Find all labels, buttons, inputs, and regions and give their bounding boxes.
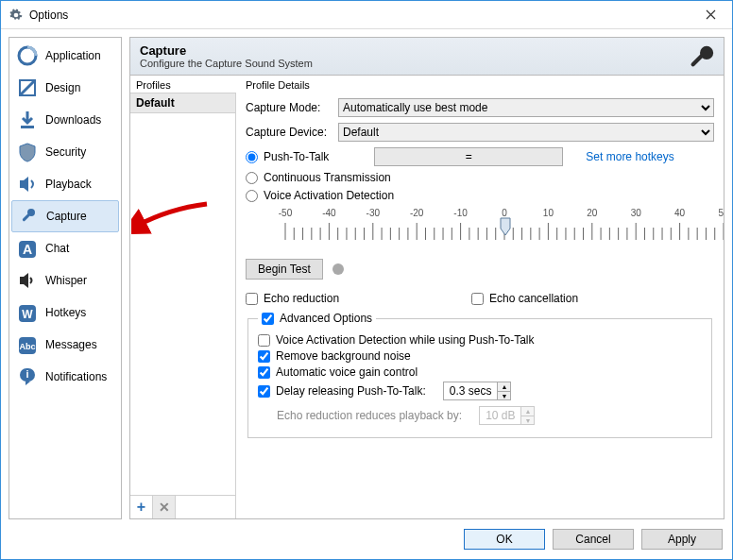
profiles-toolbar: + ✕ bbox=[130, 495, 236, 518]
sidebar-item-chat[interactable]: AChat bbox=[9, 232, 121, 264]
remove-bg-label: Remove background noise bbox=[276, 349, 411, 363]
ct-radio[interactable] bbox=[246, 172, 258, 184]
advanced-fieldset: Advanced Options Voice Activation Detect… bbox=[247, 312, 712, 438]
banner-title: Capture bbox=[140, 43, 313, 58]
sidebar-item-label: Hotkeys bbox=[45, 306, 86, 319]
delete-profile-button[interactable]: ✕ bbox=[153, 496, 176, 518]
sidebar-item-whisper[interactable]: Whisper bbox=[9, 264, 121, 297]
capture-device-select[interactable]: Default bbox=[338, 123, 714, 142]
add-profile-button[interactable]: + bbox=[130, 496, 153, 518]
sidebar-item-label: Application bbox=[45, 49, 101, 62]
advanced-label: Advanced Options bbox=[280, 312, 372, 325]
agc-label: Automatic voice gain control bbox=[276, 365, 418, 379]
profiles-column: Profiles Default + ✕ bbox=[130, 76, 236, 518]
sidebar-item-playback[interactable]: Playback bbox=[9, 168, 121, 200]
downloads-icon bbox=[15, 108, 40, 132]
sidebar-item-security[interactable]: Security bbox=[9, 136, 121, 168]
ptt-radio[interactable] bbox=[246, 151, 258, 163]
cancel-button[interactable]: Cancel bbox=[553, 529, 634, 550]
svg-text:W: W bbox=[22, 308, 33, 321]
security-icon bbox=[15, 140, 40, 164]
svg-rect-14 bbox=[690, 53, 705, 67]
remove-bg-checkbox[interactable] bbox=[258, 350, 270, 363]
echo-cancellation-label: Echo cancellation bbox=[489, 292, 578, 305]
spin-down-icon[interactable]: ▼ bbox=[497, 391, 510, 399]
spin-down-icon: ▼ bbox=[520, 416, 534, 424]
playback-icon bbox=[15, 172, 40, 196]
echo-reduction-label: Echo reduction bbox=[264, 292, 339, 305]
application-icon bbox=[15, 43, 40, 68]
sidebar-item-label: Design bbox=[45, 81, 80, 94]
delay-checkbox[interactable] bbox=[258, 385, 270, 398]
vad-ptt-checkbox[interactable] bbox=[258, 334, 270, 347]
gear-icon bbox=[9, 8, 24, 23]
sidebar-item-label: Messages bbox=[45, 338, 97, 351]
advanced-toggle-checkbox[interactable] bbox=[262, 313, 274, 325]
echo-playback-spinbox: 10 dB ▲▼ bbox=[479, 406, 535, 425]
sidebar-item-label: Security bbox=[45, 145, 86, 159]
chat-icon: A bbox=[15, 236, 40, 261]
whisper-icon bbox=[15, 268, 40, 293]
ptt-hotkey-field[interactable]: = bbox=[374, 147, 563, 166]
ct-label: Continuous Transmission bbox=[264, 171, 391, 184]
details-header: Profile Details bbox=[246, 76, 714, 93]
set-hotkeys-link[interactable]: Set more hotkeys bbox=[586, 150, 673, 163]
apply-button[interactable]: Apply bbox=[641, 529, 723, 550]
spin-up-icon[interactable]: ▲ bbox=[497, 382, 510, 391]
svg-text:i: i bbox=[26, 368, 28, 380]
ptt-label: Push-To-Talk bbox=[264, 150, 329, 163]
svg-rect-4 bbox=[22, 213, 29, 221]
banner: Capture Configure the Capture Sound Syst… bbox=[130, 38, 724, 76]
sidebar-item-label: Notifications bbox=[45, 370, 107, 383]
sidebar-item-label: Chat bbox=[45, 242, 69, 255]
agc-checkbox[interactable] bbox=[258, 366, 270, 379]
capture-mode-label: Capture Mode: bbox=[246, 101, 331, 114]
sidebar-item-design[interactable]: Design bbox=[9, 72, 121, 104]
sidebar-item-label: Downloads bbox=[45, 113, 101, 127]
design-icon bbox=[15, 76, 40, 100]
vad-slider[interactable]: -50-40-30-20-1001020304050 bbox=[268, 208, 724, 253]
svg-text:Abc: Abc bbox=[19, 342, 35, 351]
sidebar-item-label: Capture bbox=[46, 210, 87, 223]
begin-test-button[interactable]: Begin Test bbox=[246, 259, 323, 280]
echo-cancellation-checkbox[interactable] bbox=[471, 293, 484, 305]
sidebar-item-label: Playback bbox=[45, 178, 92, 191]
microphone-icon bbox=[684, 43, 716, 78]
options-window: Options ApplicationDesignDownloadsSecuri… bbox=[0, 0, 733, 560]
capture-mode-select[interactable]: Automatically use best mode bbox=[338, 98, 714, 117]
sidebar-item-capture[interactable]: Capture bbox=[11, 200, 119, 232]
sidebar-item-downloads[interactable]: Downloads bbox=[9, 104, 121, 136]
profiles-header: Profiles bbox=[130, 76, 236, 93]
messages-icon: Abc bbox=[15, 332, 40, 357]
main-panel: Capture Configure the Capture Sound Syst… bbox=[129, 37, 724, 519]
echo-reduction-checkbox[interactable] bbox=[246, 293, 258, 305]
window-title: Options bbox=[29, 8, 690, 22]
profiles-list[interactable]: Default bbox=[130, 93, 236, 495]
vad-label: Voice Activation Detection bbox=[264, 189, 394, 202]
sidebar-item-messages[interactable]: AbcMessages bbox=[9, 329, 121, 361]
sidebar-item-notifications[interactable]: iNotifications bbox=[9, 361, 121, 393]
svg-text:A: A bbox=[23, 242, 32, 257]
sidebar-item-hotkeys[interactable]: WHotkeys bbox=[9, 297, 121, 329]
profile-item[interactable]: Default bbox=[130, 93, 235, 113]
category-sidebar: ApplicationDesignDownloadsSecurityPlayba… bbox=[9, 37, 122, 519]
titlebar: Options bbox=[1, 1, 732, 29]
delay-label: Delay releasing Push-To-Talk: bbox=[276, 384, 426, 398]
vad-radio[interactable] bbox=[246, 190, 258, 202]
sidebar-item-application[interactable]: Application bbox=[9, 40, 121, 72]
notifications-icon: i bbox=[15, 365, 40, 389]
test-indicator bbox=[332, 263, 344, 275]
capture-icon bbox=[16, 204, 41, 229]
banner-subtitle: Configure the Capture Sound System bbox=[140, 58, 313, 69]
ok-button[interactable]: OK bbox=[464, 529, 545, 550]
close-button[interactable] bbox=[690, 1, 732, 28]
capture-device-label: Capture Device: bbox=[246, 126, 331, 139]
echo-playback-label: Echo reduction reduces playback by: bbox=[277, 409, 462, 422]
delay-spinbox[interactable]: 0.3 secs ▲▼ bbox=[443, 382, 512, 400]
hotkeys-icon: W bbox=[15, 300, 40, 325]
profile-details: Profile Details Capture Mode: Automatica… bbox=[236, 76, 724, 518]
svg-rect-2 bbox=[21, 126, 34, 128]
spin-up-icon: ▲ bbox=[520, 407, 534, 416]
sidebar-item-label: Whisper bbox=[45, 274, 87, 287]
dialog-buttons: OK Cancel Apply bbox=[1, 519, 732, 559]
